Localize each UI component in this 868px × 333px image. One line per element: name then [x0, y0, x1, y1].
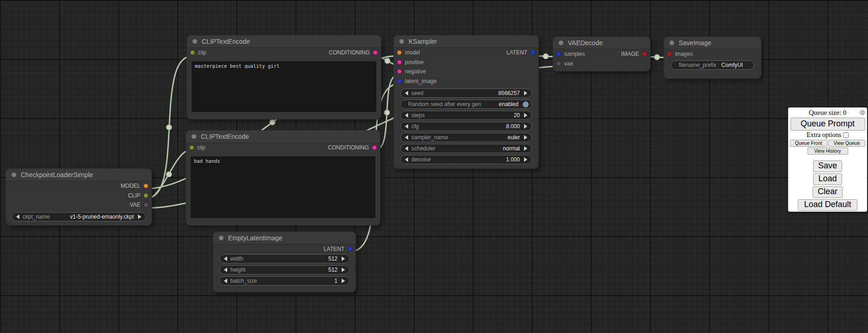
input-slot-latent-image[interactable]: latent_image — [397, 78, 437, 84]
scheduler-widget[interactable]: scheduler normal — [400, 144, 532, 153]
conditioning-port-icon[interactable] — [397, 60, 402, 65]
increment-arrow-icon[interactable] — [524, 135, 527, 140]
node-checkpoint-loader[interactable]: CheckpointLoaderSimple MODEL CLIP VAE ck… — [6, 169, 151, 225]
node-clip-text-encode-positive[interactable]: CLIPTextEncode clip CONDITIONING masterp… — [187, 36, 381, 119]
input-slot-positive[interactable]: positive — [397, 59, 424, 65]
model-port-icon[interactable] — [144, 184, 148, 188]
input-slot-model[interactable]: model — [397, 49, 420, 56]
node-save-image[interactable]: SaveImage images filename_prefix ComfyUI — [664, 37, 761, 78]
increment-arrow-icon[interactable] — [342, 279, 345, 283]
queue-front-button[interactable]: Queue Front — [790, 140, 827, 147]
queue-prompt-button[interactable]: Queue Prompt — [790, 118, 865, 131]
decrement-arrow-icon[interactable] — [224, 279, 227, 283]
width-widget[interactable]: width 512 — [219, 254, 350, 263]
node-collapse-dot-icon[interactable] — [192, 134, 196, 139]
filename-prefix-widget[interactable]: filename_prefix ComfyUI — [671, 60, 754, 70]
output-slot-conditioning[interactable]: CONDITIONING — [328, 144, 377, 151]
view-history-button[interactable]: View History — [808, 148, 848, 155]
node-title-bar[interactable]: SaveImage — [664, 37, 761, 49]
image-port-icon[interactable] — [667, 52, 672, 56]
output-slot-clip[interactable]: CLIP — [128, 192, 148, 199]
sampler-name-widget[interactable]: sampler_name euler — [400, 133, 532, 142]
increment-arrow-icon[interactable] — [524, 113, 527, 118]
clip-port-icon[interactable] — [144, 193, 148, 198]
load-button[interactable]: Load — [813, 173, 842, 185]
clip-port-icon[interactable] — [190, 50, 195, 55]
extra-options-checkbox[interactable] — [843, 132, 849, 138]
vae-port-icon[interactable] — [556, 61, 561, 66]
node-title-bar[interactable]: CLIPTextEncode — [187, 36, 381, 48]
height-widget[interactable]: height 512 — [219, 265, 350, 274]
output-slot-latent[interactable]: LATENT — [324, 246, 352, 252]
view-queue-button[interactable]: View Queue — [828, 140, 866, 147]
decrement-arrow-icon[interactable] — [224, 268, 227, 272]
latent-port-icon[interactable] — [397, 79, 402, 83]
node-collapse-dot-icon[interactable] — [193, 39, 197, 44]
conditioning-port-icon[interactable] — [373, 50, 378, 55]
vae-port-icon[interactable] — [144, 202, 148, 207]
node-collapse-dot-icon[interactable] — [399, 39, 404, 44]
decrement-arrow-icon[interactable] — [405, 124, 408, 129]
output-slot-vae[interactable]: VAE — [130, 202, 148, 208]
increment-arrow-icon[interactable] — [524, 91, 527, 95]
seed-widget[interactable]: seed 8566257 — [400, 89, 532, 98]
denoise-widget[interactable]: denoise 1.000 — [400, 155, 532, 164]
node-clip-text-encode-negative[interactable]: CLIPTextEncode clip CONDITIONING bad han… — [186, 131, 380, 225]
latent-port-icon[interactable] — [348, 247, 352, 251]
image-port-icon[interactable] — [642, 52, 647, 56]
output-slot-conditioning[interactable]: CONDITIONING — [329, 49, 378, 56]
decrement-arrow-icon[interactable] — [405, 146, 408, 151]
decrement-arrow-icon[interactable] — [405, 91, 408, 95]
decrement-arrow-icon[interactable] — [224, 256, 227, 261]
node-ksampler[interactable]: KSampler model LATENT positive negative … — [394, 36, 538, 168]
toggle-enabled-icon[interactable] — [523, 101, 529, 107]
output-slot-image[interactable]: IMAGE — [621, 51, 647, 57]
ckpt-name-widget[interactable]: ckpt_name v1-5-pruned-emaonly.ckpt — [12, 212, 146, 221]
node-empty-latent-image[interactable]: EmptyLatentImage LATENT width 512 height… — [213, 232, 356, 292]
conditioning-port-icon[interactable] — [372, 145, 377, 150]
node-collapse-dot-icon[interactable] — [559, 41, 563, 45]
increment-arrow-icon[interactable] — [342, 256, 345, 261]
node-title-bar[interactable]: CheckpointLoaderSimple — [6, 169, 151, 181]
node-collapse-dot-icon[interactable] — [12, 172, 16, 177]
load-default-button[interactable]: Load Default — [798, 199, 857, 211]
increment-arrow-icon[interactable] — [138, 214, 141, 219]
negative-prompt-textarea[interactable]: bad hands — [191, 156, 375, 218]
output-slot-model[interactable]: MODEL — [121, 183, 148, 189]
save-button[interactable]: Save — [813, 161, 842, 172]
model-port-icon[interactable] — [397, 50, 402, 55]
conditioning-port-icon[interactable] — [397, 69, 402, 74]
random-seed-toggle-widget[interactable]: Random seed after every gen enabled — [400, 100, 532, 109]
input-slot-images[interactable]: images — [667, 51, 693, 57]
decrement-arrow-icon[interactable] — [405, 135, 408, 140]
latent-port-icon[interactable] — [556, 52, 561, 56]
decrement-arrow-icon[interactable] — [16, 214, 19, 219]
input-slot-samples[interactable]: samples — [556, 51, 585, 57]
increment-arrow-icon[interactable] — [342, 268, 345, 272]
input-slot-vae[interactable]: vae — [556, 60, 573, 67]
cfg-widget[interactable]: cfg 8.000 — [400, 122, 532, 131]
node-graph-canvas[interactable]: CheckpointLoaderSimple MODEL CLIP VAE ck… — [0, 0, 868, 333]
decrement-arrow-icon[interactable] — [405, 113, 408, 118]
increment-arrow-icon[interactable] — [524, 157, 527, 162]
node-title-bar[interactable]: CLIPTextEncode — [186, 131, 380, 143]
clip-port-icon[interactable] — [189, 145, 194, 150]
node-collapse-dot-icon[interactable] — [219, 236, 223, 240]
node-collapse-dot-icon[interactable] — [669, 41, 674, 45]
node-title-bar[interactable]: VAEDecode — [553, 37, 650, 49]
input-slot-clip[interactable]: clip — [190, 49, 206, 56]
latent-port-icon[interactable] — [530, 50, 535, 55]
output-slot-latent[interactable]: LATENT — [506, 49, 535, 56]
increment-arrow-icon[interactable] — [524, 146, 527, 151]
steps-widget[interactable]: steps 20 — [400, 111, 532, 120]
node-title-bar[interactable]: KSampler — [394, 36, 538, 48]
increment-arrow-icon[interactable] — [524, 124, 527, 129]
node-title-bar[interactable]: EmptyLatentImage — [213, 232, 356, 244]
node-vae-decode[interactable]: VAEDecode samples IMAGE vae — [553, 37, 650, 71]
clear-button[interactable]: Clear — [813, 186, 843, 198]
decrement-arrow-icon[interactable] — [405, 157, 408, 162]
input-slot-clip[interactable]: clip — [189, 144, 205, 151]
input-slot-negative[interactable]: negative — [397, 68, 426, 75]
positive-prompt-textarea[interactable]: masterpiece best quality girl — [192, 61, 376, 112]
gear-icon[interactable] — [859, 109, 865, 117]
